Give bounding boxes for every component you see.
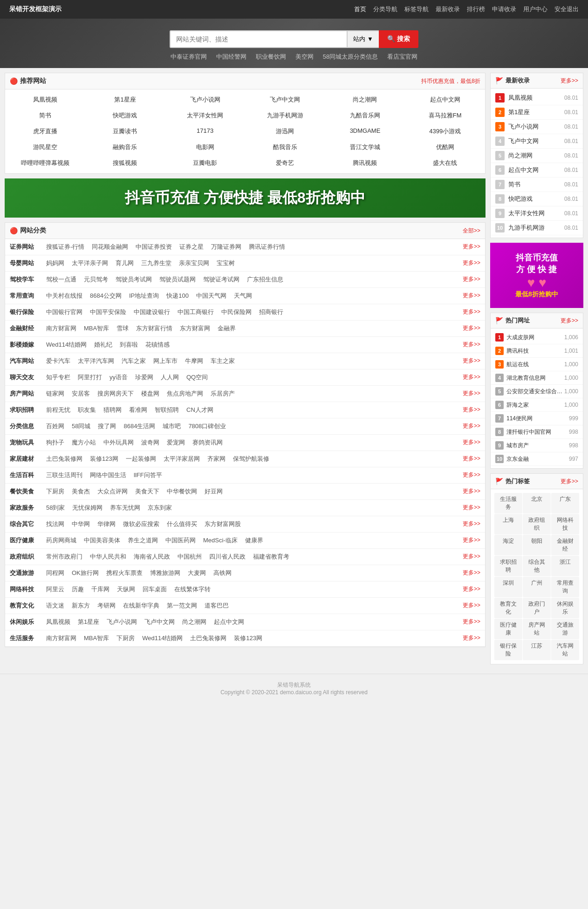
category-link[interactable]: 美食天下 [131, 486, 163, 497]
recommend-site-item[interactable]: 尚之潮网 [325, 92, 405, 108]
hot-tag-item[interactable]: 教育文化 [494, 598, 522, 618]
category-link[interactable]: 到喜啦 [116, 340, 142, 350]
recommend-site-item[interactable]: 4399小游戏 [405, 123, 485, 139]
category-link[interactable]: 海南省人民政 [130, 552, 174, 562]
category-link[interactable]: 亲亲宝贝网 [175, 258, 213, 268]
category-link[interactable]: 网络中国生活 [86, 470, 130, 480]
category-link[interactable]: 中国医药网 [162, 535, 199, 546]
category-link[interactable]: 赛鸽资讯网 [189, 437, 226, 448]
category-link[interactable]: 养生之道网 [124, 535, 162, 546]
category-link[interactable]: 广东招生信息 [243, 274, 287, 285]
category-link[interactable]: 牛摩网 [181, 356, 207, 366]
category-link[interactable]: 华律网 [94, 519, 119, 529]
recommend-site-item[interactable]: 飞卢中文网 [245, 92, 325, 108]
recommend-site-item[interactable]: 虎牙直播 [5, 123, 85, 139]
quick-link-2[interactable]: 中国经警网 [216, 53, 246, 61]
category-link[interactable]: Wed114结婚网 [42, 340, 90, 350]
latest-item[interactable]: 2第1星座08.01 [491, 105, 583, 120]
category-link[interactable]: yy语音 [106, 372, 131, 383]
hot-tag-item[interactable]: 生活服务 [494, 493, 522, 513]
latest-item[interactable]: 6起点中文网08.01 [491, 163, 583, 178]
hot-tag-item[interactable]: 深圳 [494, 577, 522, 597]
category-link[interactable]: OK旅行网 [68, 568, 103, 578]
category-link[interactable]: 天纵网 [113, 584, 139, 595]
category-link[interactable]: MBA智库 [80, 323, 113, 334]
nav-user[interactable]: 用户中心 [523, 5, 547, 14]
recommend-site-item[interactable]: 游迅网 [245, 123, 325, 139]
category-link[interactable]: 保驾护航装修 [229, 454, 273, 464]
category-row-more[interactable]: 更多>> [463, 323, 480, 332]
category-link[interactable]: 智联招聘 [151, 405, 183, 415]
category-link[interactable]: IP地址查询 [125, 291, 163, 301]
category-row-more[interactable]: 更多>> [463, 291, 480, 300]
main-banner[interactable]: 抖音币充值 方便快捷 最低8折抢购中 [5, 178, 485, 218]
recommend-site-item[interactable]: 起点中文网 [405, 92, 485, 108]
category-link[interactable]: 快递100 [163, 291, 192, 301]
category-link[interactable]: 中国杭州 [174, 552, 205, 562]
category-link[interactable]: 狗扑子 [42, 437, 68, 448]
category-link[interactable]: MedSci-临床 [199, 535, 241, 546]
category-link[interactable]: 中国平安保险 [86, 307, 130, 317]
category-link[interactable]: 微软必应搜索 [119, 519, 163, 529]
quick-link-6[interactable]: 看店宝官网 [387, 53, 417, 61]
hot-tag-item[interactable]: 上海 [494, 514, 522, 534]
category-link[interactable]: 金融界 [214, 323, 239, 334]
category-link[interactable]: 育儿网 [112, 258, 137, 268]
category-link[interactable]: 中国证券投资 [132, 242, 176, 252]
category-link[interactable]: 三九养生堂 [137, 258, 175, 268]
category-row-more[interactable]: 更多>> [463, 389, 480, 397]
category-link[interactable]: 福建省教育考 [249, 552, 293, 562]
category-link[interactable]: 妈妈网 [42, 258, 68, 268]
category-link[interactable]: 驾驶证考试网 [199, 274, 243, 285]
recommend-site-item[interactable]: 3DMGAME [325, 123, 405, 139]
category-link[interactable]: 天气网 [230, 291, 256, 301]
category-link[interactable]: 土巴兔装修网 [42, 454, 86, 464]
category-row-more[interactable]: 更多>> [463, 421, 480, 430]
recommend-site-item[interactable]: 豆瓣电影 [165, 155, 245, 171]
category-link[interactable]: 什么值得买 [163, 519, 201, 529]
category-link[interactable]: 万隆证券网 [207, 242, 245, 252]
category-link[interactable]: 大麦网 [184, 568, 210, 578]
category-link[interactable]: 三联生活周刊 [42, 470, 86, 480]
category-link[interactable]: 同程网 [42, 568, 68, 578]
category-link[interactable]: 大众点评网 [94, 486, 131, 497]
hot-tag-item[interactable]: 政府组织 [523, 514, 551, 534]
category-link[interactable]: 下厨房 [113, 633, 138, 643]
category-link[interactable]: 南方财富网 [42, 323, 80, 334]
category-row-more[interactable]: 更多>> [463, 470, 480, 479]
recommend-site-item[interactable]: 九游手机网游 [245, 108, 325, 123]
recommend-site-item[interactable]: 融购音乐 [85, 139, 165, 155]
recommend-site-item[interactable]: 爱奇艺 [245, 155, 325, 171]
category-link[interactable]: 健康界 [241, 535, 267, 546]
hot-site-item[interactable]: 2腾讯科技1,001 [491, 344, 583, 358]
category-link[interactable]: 中国美容美体 [80, 535, 124, 546]
category-link[interactable]: 考研网 [94, 601, 119, 611]
category-link[interactable]: 一起装修网 [122, 454, 160, 464]
category-link[interactable]: 历趣 [68, 584, 88, 595]
category-link[interactable]: 好豆网 [201, 486, 226, 497]
category-link[interactable]: 凤凰视频 [42, 617, 74, 627]
search-button[interactable]: 🔍 搜索 [379, 30, 418, 48]
category-link[interactable]: 装修123网 [230, 633, 266, 643]
category-link[interactable]: 猎聘网 [100, 405, 125, 415]
nav-submit[interactable]: 申请收录 [492, 5, 516, 14]
category-link[interactable]: 尚之潮网 [178, 617, 210, 627]
search-input[interactable] [170, 30, 347, 48]
category-link[interactable]: 爱卡汽车 [42, 356, 74, 366]
recommend-site-item[interactable]: 凤凰视频 [5, 92, 85, 108]
hot-site-item[interactable]: 10京东金融997 [491, 452, 583, 466]
category-link[interactable]: 驾驶员试题网 [156, 274, 199, 285]
category-link[interactable]: 京东到家 [144, 503, 176, 513]
category-link[interactable]: 东方财富网股 [201, 519, 245, 529]
latest-item[interactable]: 8快吧游戏08.01 [491, 192, 583, 206]
category-row-more[interactable]: 更多>> [463, 405, 480, 414]
category-link[interactable]: 雪球 [113, 323, 132, 334]
recommend-site-item[interactable]: 晋江文学城 [325, 139, 405, 155]
category-link[interactable]: 药房网商城 [42, 535, 80, 546]
category-link[interactable]: 职友集 [74, 405, 100, 415]
category-link[interactable]: llFF问答平 [130, 470, 166, 480]
hot-tag-item[interactable]: 浙江 [551, 556, 579, 576]
category-more[interactable]: 全部>> [463, 227, 480, 235]
category-link[interactable]: 焦点房地产网 [163, 389, 207, 399]
category-link[interactable]: 城市吧 [159, 421, 185, 431]
